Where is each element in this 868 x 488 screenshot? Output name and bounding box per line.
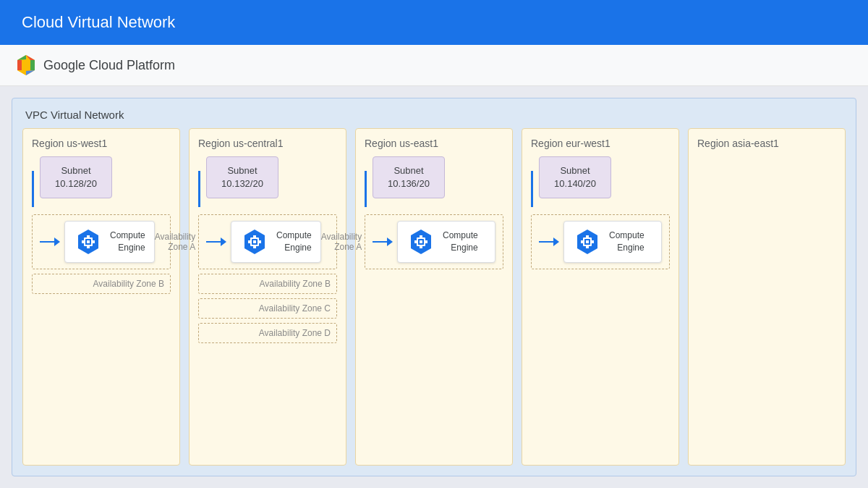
svg-rect-11: [82, 240, 84, 243]
svg-rect-26: [420, 240, 422, 243]
compute-card-us-central1: Compute Engine: [231, 221, 321, 263]
compute-engine-icon: [573, 227, 602, 256]
compute-label-us-central1: Compute Engine: [276, 230, 312, 254]
region-box-eur-west1: Region eur-west1 Subnet 10.140/20: [522, 128, 679, 466]
az-box-us-west1-b: Availability Zone B: [32, 274, 171, 294]
az-box-us-central1-c: Availability Zone C: [198, 298, 337, 319]
az-box-us-central1-a: Compute Engine Availability Zone A: [198, 214, 337, 269]
compute-label-eur-west1: Compute Engine: [609, 230, 644, 254]
compute-card-us-west1: Compute Engine: [64, 221, 155, 263]
subnet-box-us-central1: Subnet 10.132/20: [206, 156, 278, 198]
svg-marker-3: [26, 70, 35, 75]
arrow-us-east1: [373, 237, 393, 246]
svg-rect-12: [93, 240, 95, 243]
az-list-us-west1: Compute Engine Availability Zone A Avail…: [32, 214, 171, 456]
svg-rect-34: [586, 240, 589, 243]
compute-label-us-west1: Compute Engine: [110, 230, 145, 254]
region-title-eur-west1: Region eur-west1: [531, 138, 670, 149]
gcp-logo: Google Cloud Platform: [14, 54, 175, 77]
subnet-section-us-west1: Subnet 10.128/20: [32, 156, 171, 207]
svg-rect-35: [581, 240, 583, 243]
vpc-container: VPC Virtual Network Region us-west1 Subn…: [12, 98, 856, 476]
svg-rect-18: [253, 240, 256, 243]
vpc-title: VPC Virtual Network: [22, 109, 846, 121]
compute-engine-icon: [74, 227, 103, 256]
svg-rect-19: [248, 240, 250, 243]
arrow-icon: [539, 237, 559, 246]
svg-rect-14: [87, 246, 90, 248]
arrow-eur-west1: [539, 237, 559, 246]
az-label-us-west1-a: Availability Zone A: [155, 232, 195, 252]
svg-rect-38: [586, 246, 589, 248]
az-list-us-central1: Compute Engine Availability Zone A Avail…: [198, 214, 337, 456]
svg-rect-30: [420, 246, 422, 248]
compute-engine-icon: [407, 227, 435, 256]
svg-marker-2: [30, 60, 35, 70]
top-header: Cloud Virtual Network: [0, 0, 868, 45]
svg-rect-28: [425, 240, 427, 243]
compute-label-us-east1: Compute Engine: [443, 230, 478, 254]
az-label-us-central1-a: Availability Zone A: [321, 232, 362, 252]
subnet-line-us-east1: [365, 171, 367, 207]
az-list-us-east1: Compute Engine: [365, 214, 503, 456]
compute-engine-icon: [240, 227, 269, 256]
svg-rect-29: [420, 235, 422, 237]
svg-rect-37: [586, 235, 589, 237]
region-title-asia-east1: Region asia-east1: [697, 138, 836, 149]
svg-rect-10: [87, 240, 90, 243]
subnet-box-us-west1: Subnet 10.128/20: [40, 156, 112, 198]
subnet-box-us-east1: Subnet 10.136/20: [373, 156, 445, 198]
arrow-icon: [373, 237, 393, 246]
arrow-us-west1: [40, 237, 60, 246]
subnet-line-us-central1: [198, 171, 200, 207]
subnet-section-us-east1: Subnet 10.136/20: [365, 156, 503, 207]
svg-rect-36: [592, 240, 594, 243]
region-box-us-central1: Region us-central1 Subnet 10.132/20: [189, 128, 346, 466]
main-content: VPC Virtual Network Region us-west1 Subn…: [0, 86, 868, 488]
subnet-box-eur-west1: Subnet 10.140/20: [539, 156, 611, 198]
az-box-us-central1-d: Availability Zone D: [198, 323, 337, 343]
svg-rect-27: [414, 240, 417, 243]
compute-card-us-east1: Compute Engine: [397, 221, 495, 263]
subnet-line-us-west1: [32, 171, 34, 207]
region-title-us-central1: Region us-central1: [198, 138, 337, 149]
gcp-logo-icon: [14, 54, 38, 77]
svg-marker-6: [17, 55, 26, 60]
az-box-eur-west1-a: Compute Engine: [531, 214, 670, 269]
az-list-eur-west1: Compute Engine: [531, 214, 670, 456]
subnet-section-us-central1: Subnet 10.132/20: [198, 156, 337, 207]
regions-row: Region us-west1 Subnet 10.128/20: [22, 128, 846, 466]
header-title: Cloud Virtual Network: [22, 13, 175, 31]
gcp-logo-text: Google Cloud Platform: [43, 58, 175, 73]
az-box-us-central1-b: Availability Zone B: [198, 274, 337, 294]
region-box-us-east1: Region us-east1 Subnet 10.136/20: [355, 128, 513, 466]
subnet-section-eur-west1: Subnet 10.140/20: [531, 156, 670, 207]
svg-marker-5: [17, 60, 22, 70]
subnet-line-eur-west1: [531, 171, 533, 207]
region-title-us-west1: Region us-west1: [32, 138, 171, 149]
arrow-us-central1: [206, 237, 226, 246]
svg-rect-20: [259, 240, 261, 243]
az-box-us-east1-a: Compute Engine: [365, 214, 503, 269]
region-box-us-west1: Region us-west1 Subnet 10.128/20: [22, 128, 180, 466]
compute-card-eur-west1: Compute Engine: [563, 221, 662, 263]
svg-rect-21: [253, 235, 256, 237]
region-box-asia-east1: Region asia-east1: [688, 128, 846, 466]
az-box-us-west1-a: Compute Engine Availability Zone A: [32, 214, 171, 269]
arrow-icon: [40, 237, 60, 246]
region-title-us-east1: Region us-east1: [365, 138, 503, 149]
arrow-icon: [206, 237, 226, 246]
svg-rect-22: [253, 246, 256, 248]
gcp-bar: Google Cloud Platform: [0, 45, 868, 86]
svg-rect-13: [87, 235, 90, 237]
page-wrapper: Cloud Virtual Network Google Cloud Platf…: [0, 0, 868, 488]
